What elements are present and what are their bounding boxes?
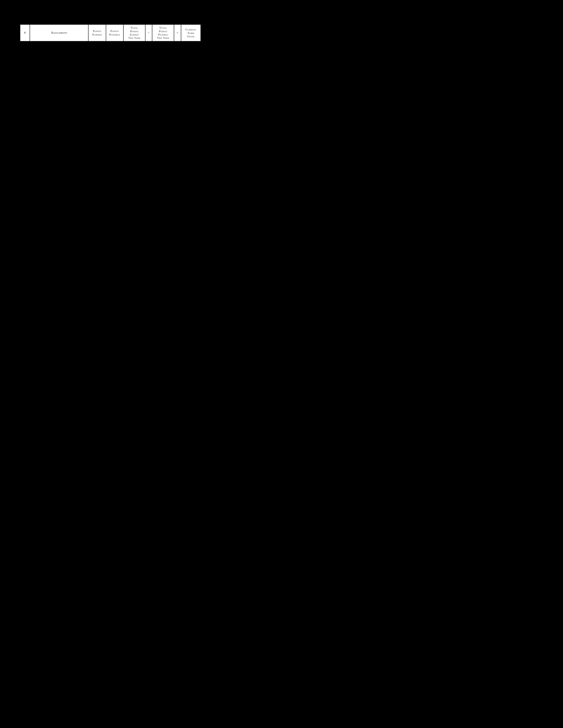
- col-header-current-grade: Current Term Grade: [181, 24, 201, 41]
- col-header-points-earned: Points Earned: [88, 24, 106, 41]
- total-earned-line3: Earned: [124, 33, 144, 36]
- col-header-divide: ÷: [145, 24, 152, 41]
- total-possible-line1: Total: [153, 26, 173, 30]
- grade-table: # Assignment Points Earned Points Possib…: [20, 24, 201, 41]
- col-header-total-possible: Total Points Possible This Term: [152, 24, 174, 41]
- total-possible-line3: Possible: [153, 33, 173, 36]
- current-grade-line3: Grade: [182, 35, 199, 38]
- total-earned-line4: This Term: [124, 36, 144, 40]
- col-header-equals: =: [174, 24, 181, 41]
- points-possible-line1: Points: [107, 29, 122, 33]
- total-earned-line2: Points: [124, 30, 144, 33]
- current-grade-line1: Current: [182, 28, 199, 31]
- points-possible-line2: Possible: [107, 33, 122, 36]
- current-grade-line2: Term: [182, 31, 199, 35]
- total-possible-line4: This Term: [153, 36, 173, 40]
- total-possible-line2: Points: [153, 30, 173, 33]
- col-header-number: #: [20, 24, 30, 41]
- page-content: # Assignment Points Earned Points Possib…: [20, 24, 201, 41]
- total-earned-line1: Total: [124, 26, 144, 30]
- points-earned-line2: Earned: [89, 33, 105, 36]
- header-row: # Assignment Points Earned Points Possib…: [20, 24, 201, 41]
- col-header-assignment: Assignment: [30, 24, 88, 41]
- col-header-total-earned: Total Points Earned This Term: [123, 24, 145, 41]
- col-header-points-possible: Points Possible: [106, 24, 123, 41]
- points-earned-line1: Points: [89, 29, 105, 33]
